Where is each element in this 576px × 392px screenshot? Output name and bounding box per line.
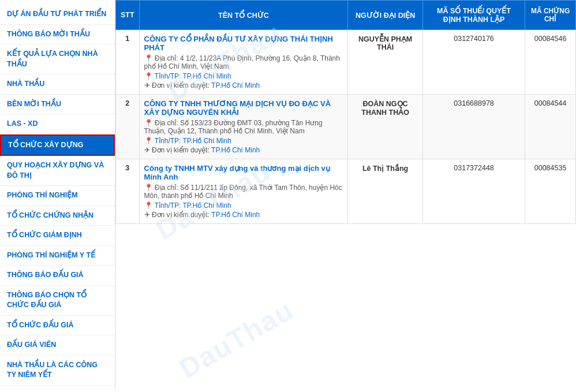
sidebar-item-duan[interactable]: DỰ ÁN ĐẦU TƯ PHÁT TRIỂN <box>0 5 115 25</box>
main-content: DauThau DauThau DauThau STT TÊN TỔ CHỨC … <box>115 0 576 390</box>
cell-cert-0: 00084546 <box>525 30 576 95</box>
sidebar-item-tochuchangnhan[interactable]: TỔ CHỨC CHỨNG NHẬN <box>0 206 115 226</box>
col-header-ma-so-thue: MÃ SỐ THUẾ/ QUYẾT ĐỊNH THÀNH LẬP <box>422 1 525 30</box>
sidebar-item-phongthinghiemyte[interactable]: PHÒNG THÍ NGHIỆM Y TẾ <box>0 246 115 266</box>
cell-rep-1: ĐOÀN NGỌC THANH THẢO <box>348 95 423 159</box>
org-name-1[interactable]: CÔNG TY TNHH THƯƠNG MẠI DỊCH VỤ ĐO ĐẠC V… <box>144 99 343 117</box>
table-row: 1CÔNG TY CỔ PHẦN ĐẦU TƯ XÂY DỰNG THÁI TH… <box>116 30 576 95</box>
cell-stt-1: 2 <box>116 95 140 159</box>
col-header-nguoi-dai-dien: NGƯỜI ĐẠI DIỆN <box>348 1 423 30</box>
watermark-3: DauThau <box>174 294 299 384</box>
org-name-2[interactable]: Công ty TNHH MTV xây dựng và thương mại … <box>144 164 343 181</box>
sidebar-item-daugiaviên[interactable]: ĐẤU GIÁ VIÊN <box>0 335 115 356</box>
sidebar: DỰ ÁN ĐẦU TƯ PHÁT TRIỂNTHÔNG BÁO MỜI THẦ… <box>0 0 115 390</box>
cell-tax-0: 0312740176 <box>422 30 525 95</box>
col-header-ma-chung-chi: MÃ CHỨNG CHỈ <box>525 1 576 30</box>
org-address-2: 📍 Địa chỉ: Số 11/1/211 ấp Đông, xã Thới … <box>144 184 343 200</box>
sidebar-item-thongbaomoi[interactable]: THÔNG BÁO MỜI THẦU <box>0 25 115 45</box>
sidebar-item-thongbaodaugia[interactable]: THÔNG BÁO ĐẤU GIÁ <box>0 266 115 286</box>
org-city-2: 📍 Tỉnh/TP: TP.Hồ Chí Minh <box>144 201 343 210</box>
cell-stt-0: 1 <box>116 30 140 95</box>
cell-rep-2: Lê Thị Thắng <box>348 159 423 224</box>
sidebar-item-lasxd[interactable]: LAS - XD <box>0 114 115 135</box>
sidebar-item-ketqua[interactable]: KẾT QUẢ LỰA CHỌN NHÀ THẦU <box>0 44 115 74</box>
org-approve-1: ✈ Đơn vị kiểm duyệt: TP.Hồ Chí Minh <box>144 146 343 154</box>
cell-tax-1: 0316688978 <box>422 95 525 159</box>
org-city-1: 📍 Tỉnh/TP: TP.Hồ Chí Minh <box>144 137 343 145</box>
col-header-stt: STT <box>116 1 140 30</box>
sidebar-item-phongthi[interactable]: PHÒNG THÍ NGHIỆM <box>0 186 115 206</box>
sidebar-item-tochucxaydung[interactable]: TỔ CHỨC XÂY DỰNG <box>0 135 115 156</box>
table-row: 3Công ty TNHH MTV xây dựng và thương mại… <box>116 159 576 224</box>
cell-org-2: Công ty TNHH MTV xây dựng và thương mại … <box>139 159 348 224</box>
sidebar-item-benmoithau[interactable]: BÊN MỜI THẦU <box>0 95 115 115</box>
cell-stt-2: 3 <box>116 159 140 224</box>
org-address-0: 📍 Địa chỉ: 4 1/2, 11/23A Phú Định, Phườn… <box>144 54 343 70</box>
cell-org-0: CÔNG TY CỔ PHẦN ĐẦU TƯ XÂY DỰNG THÁI THỊ… <box>139 30 348 95</box>
cell-org-1: CÔNG TY TNHH THƯƠNG MẠI DỊCH VỤ ĐO ĐẠC V… <box>139 95 348 159</box>
org-city-0: 📍 Tỉnh/TP: TP.Hồ Chí Minh <box>144 72 343 80</box>
cell-cert-1: 00084544 <box>525 95 576 159</box>
sidebar-item-quyhoach[interactable]: QUY HOẠCH XÂY DỰNG VÀ ĐÔ THỊ <box>0 156 115 186</box>
sidebar-item-nhathaulacac[interactable]: NHÀ THẦU LÀ CÁC CÔNG TY NIÊM YẾT <box>0 356 115 386</box>
cell-rep-0: NGUYỄN PHẠM THÁI <box>348 30 423 95</box>
org-approve-2: ✈ Đơn vị kiểm duyệt: TP.Hồ Chí Minh <box>144 211 343 219</box>
sidebar-item-tochuchangiamdinh[interactable]: TỔ CHỨC GIÁM ĐỊNH <box>0 226 115 246</box>
sidebar-item-nhathau[interactable]: NHÀ THẦU <box>0 74 115 95</box>
org-address-1: 📍 Địa chỉ: Số 153/23 Đường ĐMT 03, phườn… <box>144 119 343 135</box>
cell-cert-2: 00084535 <box>525 159 576 224</box>
cell-tax-2: 0317372448 <box>422 159 525 224</box>
org-approve-0: ✈ Đơn vị kiểm duyệt: TP.Hồ Chí Minh <box>144 81 343 89</box>
table-row: 2CÔNG TY TNHH THƯƠNG MẠI DỊCH VỤ ĐO ĐẠC … <box>116 95 576 159</box>
sidebar-item-tochucĐaugia[interactable]: TỔ CHỨC ĐẤU GIÁ <box>0 316 115 336</box>
organizations-table: STT TÊN TỔ CHỨC NGƯỜI ĐẠI DIỆN MÃ SỐ THU… <box>115 0 576 224</box>
sidebar-item-thongbaochon[interactable]: THÔNG BÁO CHỌN TỔ CHỨC ĐẤU GIÁ <box>0 286 115 316</box>
org-name-0[interactable]: CÔNG TY CỔ PHẦN ĐẦU TƯ XÂY DỰNG THÁI THỊ… <box>144 35 343 52</box>
col-header-ten-to-chuc: TÊN TỔ CHỨC <box>139 1 348 30</box>
